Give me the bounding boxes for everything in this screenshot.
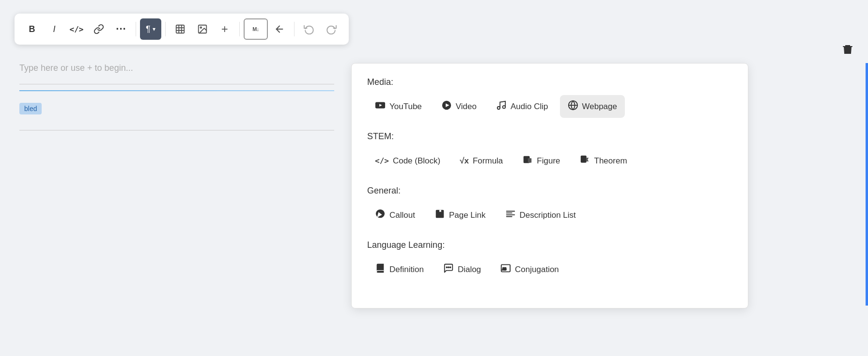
dialog-menu-item[interactable]: Dialog	[435, 258, 489, 281]
figure-label: Figure	[537, 156, 560, 166]
svg-rect-18	[580, 156, 586, 163]
undo-button[interactable]	[298, 18, 320, 40]
theorem-icon	[580, 154, 590, 167]
general-items-row: Callout Page Link	[367, 204, 732, 227]
youtube-label: YouTube	[389, 102, 422, 112]
back-button[interactable]	[269, 18, 290, 40]
paragraph-button[interactable]: ¶ ▾	[140, 18, 161, 40]
theorem-label: Theorem	[594, 156, 627, 166]
code-menu-item[interactable]: </> Code (Block)	[367, 151, 448, 171]
paragraph-icon: ¶	[146, 24, 151, 34]
media-section-title: Media:	[367, 77, 732, 87]
code-button[interactable]: </>	[66, 18, 87, 40]
conjugation-label: Conjugation	[515, 265, 559, 275]
chevron-down-icon: ▾	[153, 26, 155, 32]
dialog-icon	[443, 263, 454, 276]
svg-point-25	[448, 267, 449, 268]
theorem-menu-item[interactable]: Theorem	[572, 149, 635, 172]
divider-4	[294, 22, 294, 36]
editor-divider-1	[19, 84, 334, 84]
pagelink-menu-item[interactable]: Page Link	[427, 204, 494, 227]
formula-icon: √x	[460, 156, 469, 166]
svg-point-12	[497, 107, 500, 110]
svg-point-6	[200, 27, 202, 28]
desclist-menu-item[interactable]: Description List	[497, 204, 584, 227]
svg-rect-17	[528, 158, 531, 162]
plus-button[interactable]: +	[214, 18, 235, 40]
dialog-label: Dialog	[458, 265, 481, 275]
desclist-label: Description List	[520, 210, 576, 220]
bold-button[interactable]: B	[21, 18, 43, 40]
image-button[interactable]	[192, 18, 213, 40]
callout-menu-item[interactable]: Callout	[367, 204, 423, 227]
italic-button[interactable]: I	[44, 18, 65, 40]
audio-label: Audio Clip	[511, 102, 548, 112]
definition-menu-item[interactable]: Definition	[367, 258, 432, 281]
video-menu-item[interactable]: Video	[434, 95, 484, 118]
definition-icon	[375, 263, 386, 276]
editor-divider-blue	[19, 90, 334, 91]
stem-section-title: STEM:	[367, 131, 732, 142]
callout-label: Callout	[389, 210, 415, 220]
general-section-title: General:	[367, 186, 732, 196]
svg-point-26	[450, 267, 451, 268]
stem-items-row: </> Code (Block) √x Formula Figure	[367, 149, 732, 172]
pagelink-label: Page Link	[449, 210, 486, 220]
webpage-menu-item[interactable]: Webpage	[560, 95, 625, 118]
audio-icon	[496, 100, 507, 113]
link-button[interactable]	[88, 18, 109, 40]
figure-menu-item[interactable]: Figure	[514, 149, 568, 172]
blue-border	[866, 63, 868, 306]
divider-2	[165, 22, 166, 36]
desclist-icon	[505, 209, 516, 222]
divider-3	[239, 22, 240, 36]
definition-label: Definition	[389, 265, 424, 275]
code-icon: </>	[375, 156, 389, 165]
formula-menu-item[interactable]: √x Formula	[452, 151, 511, 171]
toolbar: B I </> ··· ¶ ▾	[15, 14, 349, 45]
media-items-row: YouTube Video	[367, 95, 732, 118]
svg-text:AB: AB	[502, 267, 507, 271]
webpage-icon	[568, 100, 578, 113]
svg-point-24	[446, 267, 447, 268]
table-button[interactable]	[170, 18, 191, 40]
svg-point-13	[503, 106, 506, 109]
conjugation-icon: AB	[500, 263, 511, 276]
pagelink-icon	[434, 209, 445, 222]
language-section-title: Language Learning:	[367, 240, 732, 250]
youtube-icon	[375, 100, 386, 113]
conjugation-menu-item[interactable]: AB Conjugation	[493, 258, 567, 281]
more-button[interactable]: ···	[110, 18, 132, 40]
editor-tag: bled	[19, 103, 42, 114]
youtube-menu-item[interactable]: YouTube	[367, 95, 430, 118]
formula-label: Formula	[473, 156, 503, 166]
video-label: Video	[456, 102, 477, 112]
figure-icon	[522, 154, 533, 167]
dropdown-menu: Media: YouTube	[351, 63, 748, 308]
editor-placeholder[interactable]: Type here or use + to begin...	[19, 58, 334, 78]
editor-content: Type here or use + to begin... bled	[0, 58, 354, 140]
trash-button[interactable]	[842, 44, 853, 58]
markdown-icon: M↓	[252, 26, 259, 32]
markdown-button[interactable]: M↓	[244, 18, 268, 40]
audio-menu-item[interactable]: Audio Clip	[488, 95, 556, 118]
language-items-row: Definition Dialog	[367, 258, 732, 281]
editor-divider-bottom	[19, 130, 334, 130]
video-icon	[441, 100, 452, 113]
callout-icon	[375, 209, 386, 222]
webpage-label: Webpage	[582, 102, 617, 112]
editor-container: B I </> ··· ¶ ▾	[0, 0, 868, 356]
redo-button[interactable]	[321, 18, 342, 40]
divider-1	[136, 22, 136, 36]
svg-rect-0	[176, 25, 184, 33]
code-label: Code (Block)	[393, 156, 440, 166]
